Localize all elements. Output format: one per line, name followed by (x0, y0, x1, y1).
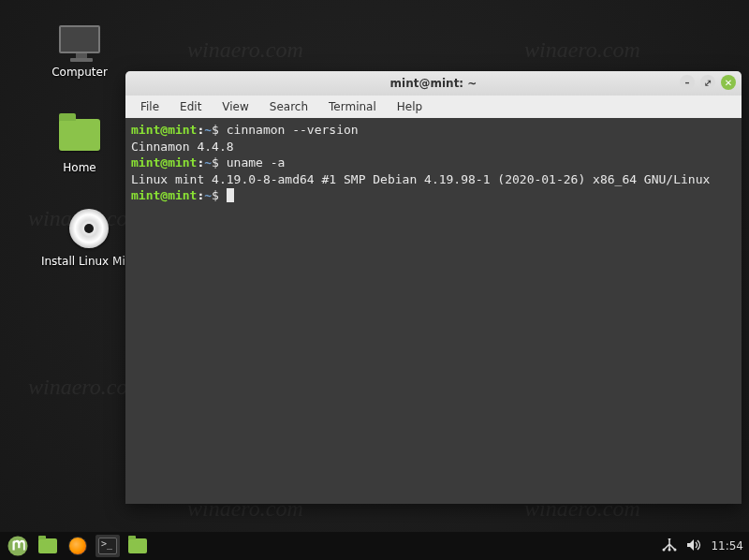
prompt-symbol: $ (212, 155, 219, 169)
output-text: Linux mint 4.19.0-8-amd64 #1 SMP Debian … (131, 172, 710, 186)
cd-icon (66, 206, 111, 251)
svg-point-2 (668, 538, 671, 540)
prompt-user: mint@mint (131, 155, 197, 169)
taskbar: 11:54 (0, 532, 749, 560)
minimize-button[interactable]: – (680, 75, 695, 90)
terminal-body[interactable]: mint@mint:~$ cinnamon --version Cinnamon… (125, 118, 742, 504)
watermark: winaero.com (187, 37, 303, 63)
folder-icon (57, 112, 102, 157)
prompt-path: ~ (204, 188, 212, 202)
svg-point-4 (674, 548, 677, 551)
terminal-task-button[interactable] (95, 535, 120, 557)
clock[interactable]: 11:54 (711, 539, 743, 553)
watermark: winaero.com (524, 37, 640, 63)
prompt-user: mint@mint (131, 123, 197, 137)
window-title: mint@mint: ~ (390, 77, 477, 90)
close-button[interactable]: ✕ (721, 75, 736, 90)
computer-icon (57, 17, 102, 62)
files-launcher[interactable] (36, 535, 60, 557)
terminal-window[interactable]: mint@mint: ~ – ⤢ ✕ File Edit View Search… (125, 71, 742, 504)
titlebar[interactable]: mint@mint: ~ – ⤢ ✕ (125, 71, 742, 96)
folder-icon (38, 538, 57, 553)
menu-file[interactable]: File (131, 98, 169, 115)
svg-point-3 (663, 548, 666, 551)
menu-edit[interactable]: Edit (170, 98, 211, 115)
terminal-icon (98, 538, 117, 554)
menu-search[interactable]: Search (260, 98, 317, 115)
menu-help[interactable]: Help (388, 98, 432, 115)
desktop-icon-home[interactable]: Home (37, 112, 122, 174)
desktop[interactable]: winaero.com winaero.com winaero.com wina… (0, 0, 749, 532)
menu-terminal[interactable]: Terminal (319, 98, 386, 115)
prompt-symbol: $ (212, 188, 219, 202)
command-text: uname -a (227, 155, 286, 169)
firefox-launcher[interactable] (66, 535, 90, 557)
prompt-path: ~ (204, 155, 212, 169)
maximize-button[interactable]: ⤢ (700, 75, 715, 90)
cursor (227, 188, 234, 202)
prompt-path: ~ (204, 123, 212, 137)
desktop-icon-computer[interactable]: Computer (37, 17, 122, 79)
network-icon[interactable] (662, 538, 677, 554)
folder-icon (128, 538, 147, 553)
menu-button[interactable] (6, 535, 30, 557)
svg-point-5 (668, 548, 671, 551)
prompt-user: mint@mint (131, 188, 197, 202)
prompt-symbol: $ (212, 123, 219, 137)
output-text: Cinnamon 4.4.8 (131, 140, 234, 154)
mint-logo-icon (7, 536, 28, 556)
desktop-icon-label: Install Linux Mint (41, 255, 137, 268)
desktop-icon-label: Computer (51, 66, 108, 79)
desktop-icon-label: Home (63, 161, 95, 174)
command-text: cinnamon --version (227, 123, 359, 137)
sound-icon[interactable] (686, 538, 701, 554)
firefox-icon (68, 537, 87, 555)
menu-view[interactable]: View (213, 98, 257, 115)
menubar: File Edit View Search Terminal Help (125, 96, 742, 118)
files-task-button[interactable] (125, 535, 150, 557)
